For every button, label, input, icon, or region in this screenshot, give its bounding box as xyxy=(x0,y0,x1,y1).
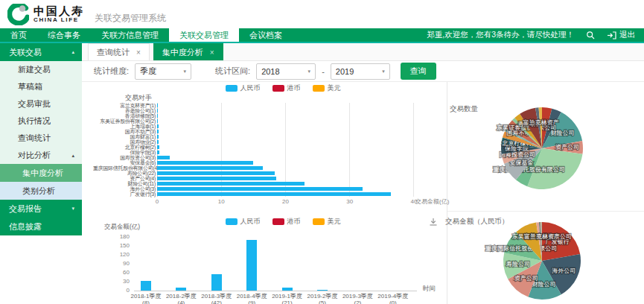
sidebar-item-对比分析[interactable]: 对比分析▴ xyxy=(0,147,82,164)
sidebar-item-label: 交易审批 xyxy=(18,98,51,110)
range-to-select[interactable]: 2019 ▾ xyxy=(331,63,390,80)
close-icon[interactable]: × xyxy=(136,48,141,57)
dimension-select[interactable]: 季度 ▾ xyxy=(135,63,191,80)
pie-label: 富兰克林资产 xyxy=(524,233,560,240)
sidebar-item-集中度分析[interactable]: 集中度分析 xyxy=(0,164,82,182)
nav-item-关联交易管理[interactable]: 关联交易管理 xyxy=(169,28,239,42)
vbar-ytick: 30 xyxy=(123,278,130,285)
sidebar-item-label: 新建交易 xyxy=(18,64,51,75)
hbar-bar[interactable] xyxy=(157,140,159,144)
nav-item-首页[interactable]: 首页 xyxy=(0,28,37,42)
logout-icon xyxy=(607,31,616,39)
nav-item-会议档案[interactable]: 会议档案 xyxy=(239,28,293,42)
hbar-bar[interactable] xyxy=(157,156,170,159)
pie-label: 安保基金 xyxy=(509,159,533,166)
chevron-down-icon: ▾ xyxy=(184,69,187,75)
hbar-category-label: 广发银行(3) xyxy=(93,191,157,198)
sidebar-item-label: 草稿箱 xyxy=(18,81,42,92)
legend-label: 人民币 xyxy=(240,83,261,93)
legend-swatch xyxy=(313,85,325,92)
hbar-chart: 富兰克林资产(1)养老险公司(1)香港研修院(5)东吴证券股份有限公司(2)上海… xyxy=(93,103,414,207)
vbar-bar[interactable] xyxy=(141,281,151,291)
range-from-select[interactable]: 2018 ▾ xyxy=(256,63,316,80)
sidebar-item-草稿箱[interactable]: 草稿箱 xyxy=(0,78,82,95)
hbar-bar[interactable] xyxy=(157,151,159,154)
legend-item-港币[interactable]: 港币 xyxy=(272,83,301,93)
hbar-bar[interactable] xyxy=(157,166,263,170)
sidebar-item-label: 类别分析 xyxy=(22,186,55,197)
vbar-ytick: 90 xyxy=(123,260,130,267)
pie-label: 财险公司 xyxy=(532,281,555,288)
download-icon[interactable] xyxy=(429,218,438,228)
hbar-bar[interactable] xyxy=(157,135,159,139)
sidebar-item-关联交易[interactable]: 关联交易▴ xyxy=(0,43,82,61)
caret-icon: ▴ xyxy=(71,49,74,55)
tab-集中度分析[interactable]: 集中度分析× xyxy=(153,43,223,60)
hbar-bar[interactable] xyxy=(157,161,253,165)
legend-label: 人民币 xyxy=(240,217,261,227)
legend-item-人民币[interactable]: 人民币 xyxy=(226,83,261,93)
legend-label: 美元 xyxy=(328,217,341,227)
hbar-bar[interactable] xyxy=(157,119,158,123)
nav-item-关联方信息管理[interactable]: 关联方信息管理 xyxy=(91,28,169,42)
hbar-xtick: 10 xyxy=(218,198,225,205)
hbar-bar[interactable] xyxy=(157,104,158,107)
vbar-bar[interactable] xyxy=(282,288,293,291)
legend-item-美元[interactable]: 美元 xyxy=(313,83,341,93)
sidebar-item-交易报告[interactable]: 交易报告▾ xyxy=(0,200,82,218)
legend-swatch xyxy=(313,218,325,225)
legend-swatch xyxy=(272,218,284,225)
hbar-bar[interactable] xyxy=(157,192,391,196)
legend-item-美元[interactable]: 美元 xyxy=(313,217,341,227)
hbar-bar[interactable] xyxy=(157,130,159,133)
sidebar: 关联交易▴新建交易草稿箱交易审批执行情况查询统计对比分析▴集中度分析类别分析交易… xyxy=(0,43,83,304)
vbar-bar[interactable] xyxy=(246,240,257,291)
search-icon[interactable] xyxy=(586,31,595,39)
vbar-legend: 人民币港币美元 xyxy=(141,217,424,227)
legend-item-人民币[interactable]: 人民币 xyxy=(226,217,261,227)
sidebar-item-交易审批[interactable]: 交易审批 xyxy=(0,95,82,113)
nav-right: 郑重,欢迎您，您有3条待办，请尽快处理！ 退出 xyxy=(427,28,644,42)
range-label: 统计区间: xyxy=(215,66,250,77)
nav-item-综合事务[interactable]: 综合事务 xyxy=(37,28,91,42)
hbar-bar[interactable] xyxy=(157,182,305,186)
hbar-bar[interactable] xyxy=(157,171,275,175)
tab-label: 集中度分析 xyxy=(162,47,203,58)
hbar-bar[interactable] xyxy=(157,187,363,191)
sidebar-item-执行情况[interactable]: 执行情况 xyxy=(0,113,82,130)
vbar-bar[interactable] xyxy=(176,288,186,291)
brand-text: 中国人寿 CHINA LIFE xyxy=(34,5,84,23)
close-icon[interactable]: × xyxy=(210,48,214,57)
tab-查询统计[interactable]: 查询统计× xyxy=(88,43,150,60)
chevron-down-icon: ▾ xyxy=(308,69,311,75)
sidebar-item-label: 集中度分析 xyxy=(22,168,63,179)
vbar-bar[interactable] xyxy=(317,290,328,291)
vbar-ytick: 60 xyxy=(123,269,130,276)
sidebar-item-信息披露[interactable]: 信息披露 xyxy=(0,218,82,235)
china-life-logo xyxy=(0,4,29,25)
sidebar-item-类别分析[interactable]: 类别分析 xyxy=(0,182,82,200)
hbar-xtick: 0 xyxy=(156,198,159,205)
hbar-bar[interactable] xyxy=(157,114,158,118)
pie-chart-transaction-amount: 广发银行海外公司财险公司资产公司寿险公司重庆国际信托股份有限公司东吴证券股份有限… xyxy=(494,212,590,304)
sidebar-item-查询统计[interactable]: 查询统计 xyxy=(0,130,82,147)
legend-item-港币[interactable]: 港币 xyxy=(272,217,301,227)
hbar-bar[interactable] xyxy=(157,145,159,149)
logout-button[interactable]: 退出 xyxy=(607,30,635,40)
sidebar-item-新建交易[interactable]: 新建交易 xyxy=(0,61,82,78)
search-button[interactable]: 查询 xyxy=(401,63,436,80)
vbar-category-label: 2019-4季度(0) xyxy=(371,293,415,304)
hbar-bar[interactable] xyxy=(157,177,276,180)
vbar-bar[interactable] xyxy=(211,274,222,291)
legend-swatch xyxy=(226,218,237,225)
sidebar-item-label: 信息披露 xyxy=(9,221,42,232)
hbar-bar[interactable] xyxy=(157,124,159,128)
pie-chart-transaction-count: 财险公司资产公司重庆国际信托股份有限公司安保基金国寿投资公司保险学院北京柠檬树国… xyxy=(494,100,590,197)
caret-icon: ▾ xyxy=(71,206,74,212)
hbar-bar[interactable] xyxy=(157,109,158,113)
vbar-ytick: 150 xyxy=(120,242,130,249)
sidebar-item-label: 查询统计 xyxy=(18,133,51,144)
legend-label: 美元 xyxy=(328,83,341,93)
dimension-value: 季度 xyxy=(140,66,156,77)
caret-icon: ▴ xyxy=(71,153,74,159)
